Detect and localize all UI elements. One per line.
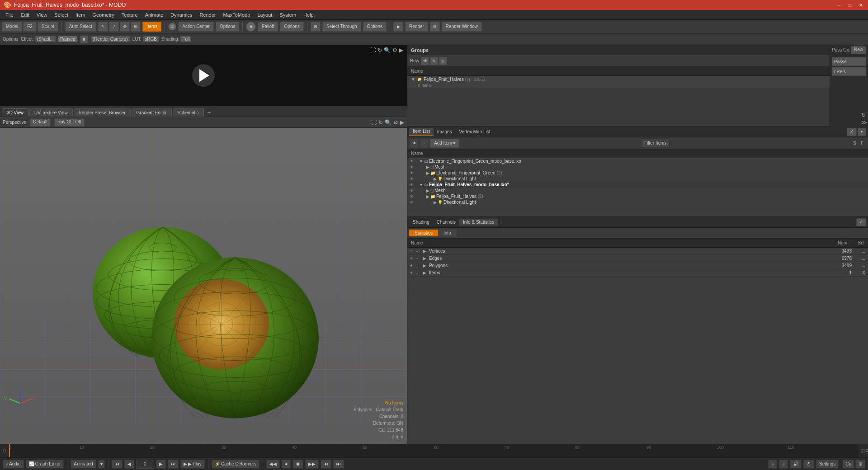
transform-btn-3[interactable]: ⊕ <box>120 22 130 32</box>
play-button-bottom[interactable]: ▶ ▶ Play <box>180 460 205 469</box>
menu-texture[interactable]: Texture <box>118 11 142 19</box>
stat-expand-icon-4[interactable]: - <box>416 270 423 275</box>
default-button[interactable]: Default <box>30 118 51 127</box>
paused-badge[interactable]: Paused <box>58 36 77 42</box>
f2-button[interactable]: F2 <box>23 22 37 32</box>
subtab-info[interactable]: Info <box>438 230 457 236</box>
options-button-3[interactable]: Options <box>363 22 387 32</box>
stat-arrow-icon[interactable]: ▶ <box>423 249 429 254</box>
item-vis-icon-2[interactable]: + <box>420 139 428 147</box>
item-list-expand-btn[interactable]: ⤢ <box>847 128 857 136</box>
list-item[interactable]: + - ▶ Polygons 3489 ... <box>407 262 868 269</box>
add-item-button[interactable]: Add Item ▾ <box>430 139 459 148</box>
render-icon[interactable]: ▶ <box>393 22 403 32</box>
tab-gradient[interactable]: Gradient Editor <box>132 108 172 117</box>
vp-icon-3[interactable]: 🔍 <box>385 119 392 126</box>
prev-frame-button[interactable]: ◀ <box>124 460 134 469</box>
filter-items-button[interactable]: Filter Items <box>641 139 670 148</box>
stat-arrow-icon-2[interactable]: ▶ <box>423 256 429 261</box>
menu-maxtomode[interactable]: MaxToModo <box>219 11 254 19</box>
menu-help[interactable]: Help <box>300 11 317 19</box>
render-camera-label[interactable]: (Render Camera) <box>91 36 130 42</box>
nrefs-btn[interactable]: nRefs <box>832 67 866 76</box>
tab-uv-texture[interactable]: UV Texture View <box>29 108 73 117</box>
play-button[interactable] <box>192 64 215 87</box>
groups-icon-2[interactable]: ✎ <box>430 57 438 65</box>
auto-select-button[interactable]: Auto Select <box>65 22 96 32</box>
list-item[interactable]: 👁 ▶ ◻ Mesh <box>407 164 868 170</box>
tab-vertex-map[interactable]: Vertex Map List <box>456 128 494 135</box>
render-window-icon[interactable]: 🖥 <box>430 22 440 32</box>
vp-icon-1[interactable]: ⛶ <box>371 119 377 126</box>
list-item[interactable]: 👁 ▶ ◻ Mesh <box>407 188 868 193</box>
groups-icon-1[interactable]: 👁 <box>421 57 429 65</box>
keyframe-btn-3[interactable]: 🔊 <box>790 460 802 469</box>
cache-deformers-button[interactable]: ⚡ Cache Deformers <box>212 460 259 469</box>
playback-icon-5[interactable]: ⏮ <box>321 460 331 469</box>
model-button[interactable]: Model <box>2 22 22 32</box>
menu-system[interactable]: System <box>276 11 300 19</box>
pass-icon-2[interactable]: ≫ <box>861 119 867 126</box>
timeline-ruler[interactable]: 0 10 20 30 40 50 60 70 80 90 100 110 120 <box>9 444 859 457</box>
vp-icon-5[interactable]: ▶ <box>400 119 404 126</box>
action-center-button[interactable]: Action Center <box>178 22 214 32</box>
render-window-button[interactable]: Render Window <box>442 22 482 32</box>
copy-btn[interactable]: ⊞ <box>855 460 865 469</box>
playback-icon-2[interactable]: ● <box>282 460 291 469</box>
pass-btn[interactable]: Passé <box>832 57 866 66</box>
new-group-label[interactable]: New <box>410 58 419 63</box>
minimize-button[interactable]: ─ <box>835 1 843 9</box>
menu-animate[interactable]: Animate <box>142 11 167 19</box>
preview-ctrl-5[interactable]: ▶ <box>399 47 403 53</box>
stat-expand-icon[interactable]: - <box>416 249 423 254</box>
playback-icon-6[interactable]: ⏭ <box>333 460 344 469</box>
tab-item-list[interactable]: Item List <box>409 128 434 136</box>
list-item[interactable]: 👁 ▶ 📁 Electronic_Fingerprint_Green (2) <box>407 170 868 176</box>
options-button-2[interactable]: Options <box>280 22 303 32</box>
menu-render[interactable]: Render <box>196 11 219 19</box>
next-frame-button[interactable]: ▶ <box>156 460 166 469</box>
ray-gl-button[interactable]: Ray GL: Off <box>54 118 85 127</box>
shading-value[interactable]: Full <box>180 36 191 42</box>
tab-shading[interactable]: Shading <box>409 219 433 226</box>
subtab-statistics[interactable]: Statistics <box>409 230 438 236</box>
keyframe-btn-2[interactable]: ⬦ <box>779 460 788 469</box>
frame-input[interactable] <box>136 460 154 469</box>
playback-icon-4[interactable]: ▶▶ <box>305 460 319 469</box>
transform-btn-1[interactable]: ↖ <box>98 22 108 32</box>
tab-schematic[interactable]: Schematic <box>173 108 204 117</box>
menu-layout[interactable]: Layout <box>254 11 276 19</box>
viewport-3d[interactable]: Perspective Default Ray GL: Off ⛶ ↻ 🔍 ⚙ … <box>0 117 407 444</box>
tab-channels[interactable]: Channels <box>433 219 459 226</box>
list-item[interactable]: 👁 ▼ 🗂 Feijoa_Fruit_Halves_modo_base.lxo* <box>407 182 868 188</box>
settings-button[interactable]: Settings <box>816 460 839 469</box>
action-center-icon[interactable]: ◎ <box>168 23 176 31</box>
playback-icon-1[interactable]: ◀◀ <box>266 460 280 469</box>
sculpt-button[interactable]: Sculpt <box>38 22 58 32</box>
add-tab-button[interactable]: + <box>205 108 214 117</box>
render-button[interactable]: Render <box>405 22 428 32</box>
graph-editor-button[interactable]: 📈 Graph Editor <box>26 460 64 469</box>
window-controls[interactable]: ─ □ ✕ <box>835 1 864 9</box>
menu-select[interactable]: Select <box>51 11 72 19</box>
preview-ctrl-3[interactable]: 🔍 <box>384 47 391 53</box>
menu-file[interactable]: File <box>2 11 17 19</box>
stat-add-icon-2[interactable]: + <box>410 256 416 261</box>
animated-button[interactable]: Animated <box>71 460 96 469</box>
vp-icon-4[interactable]: ⚙ <box>393 119 398 126</box>
co-btn[interactable]: Co <box>842 460 854 469</box>
animated-dropdown[interactable]: ▾ <box>98 460 105 469</box>
lut-value[interactable]: sRGB <box>143 36 159 42</box>
stat-add-icon-4[interactable]: + <box>410 270 416 275</box>
groups-icon-3[interactable]: ⊞ <box>439 57 447 65</box>
list-item[interactable]: 👁 ▶ 💡 Directional Light <box>407 176 868 182</box>
transform-btn-4[interactable]: ⊞ <box>131 22 141 32</box>
keyframe-btn-4[interactable]: ⏱ <box>803 460 814 469</box>
pause-icon[interactable]: ⏸ <box>80 35 88 43</box>
keyframe-btn-1[interactable]: ⬦ <box>768 460 777 469</box>
list-item[interactable]: 👁 ▶ 💡 Directional Light <box>407 199 868 205</box>
transform-btn-2[interactable]: ↗ <box>109 22 119 32</box>
stat-add-icon-3[interactable]: + <box>410 263 416 268</box>
effect-value[interactable]: (Shadi... <box>35 36 56 42</box>
stat-expand-icon-3[interactable]: - <box>416 263 423 268</box>
